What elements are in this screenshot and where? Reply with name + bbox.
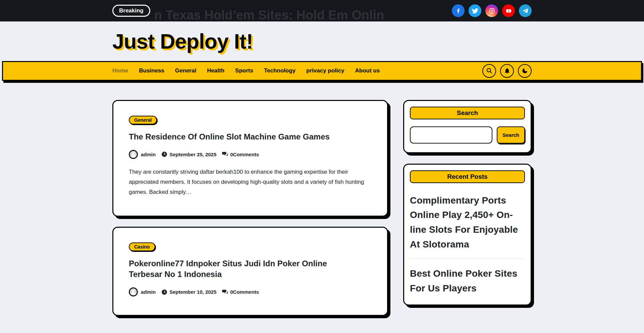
post-meta: admin September 10, 2025 0Comments	[129, 287, 372, 296]
bell-icon[interactable]	[500, 64, 514, 78]
post-comments: 0Comments	[222, 289, 259, 295]
news-ticker-headline[interactable]: n Texas Hold’em Sites: Hold Em Onlin	[154, 4, 442, 21]
facebook-icon[interactable]	[452, 4, 465, 17]
post-author-link[interactable]: admin	[141, 289, 156, 295]
recent-posts-title: Recent Posts	[410, 170, 525, 183]
comments-icon	[222, 289, 228, 295]
site-title-link[interactable]: Just Deploy It!	[112, 29, 260, 54]
nav-item-business: Business	[139, 67, 164, 74]
category-badge[interactable]: General	[129, 116, 157, 124]
category-badge[interactable]: Casino	[129, 242, 155, 251]
nav-item-home: Home	[112, 67, 128, 74]
post-title: The Residence Of Online Slot Machine Gam…	[129, 131, 360, 142]
twitter-icon[interactable]	[469, 4, 481, 17]
nav-item-sports: Sports	[235, 67, 253, 74]
moon-icon[interactable]	[518, 64, 532, 78]
post-meta: admin September 25, 2025 0Comments	[129, 150, 372, 159]
site-header: Just Deploy It!	[0, 21, 644, 61]
post-list: General The Residence Of Online Slot Mac…	[112, 100, 388, 326]
recent-posts-widget: Recent Posts Complimentary Ports Online …	[403, 164, 532, 306]
recent-posts-list: Complimentary Ports Online Play 2,450+ O…	[410, 193, 525, 296]
nav-item-general: General	[175, 67, 196, 74]
post-card: Casino Pokeronline77 Idnpoker Situs Judi…	[112, 227, 388, 316]
nav-item-health: Health	[207, 67, 224, 74]
telegram-icon[interactable]	[519, 4, 532, 17]
post-date: September 10, 2025	[161, 289, 216, 295]
post-comments: 0Comments	[222, 151, 259, 157]
news-ticker: n Texas Hold’em Sites: Hold Em Onlin	[154, 0, 442, 21]
breaking-badge: Breaking	[112, 5, 150, 17]
avatar	[129, 150, 138, 159]
comments-link[interactable]: 0Comments	[230, 152, 259, 157]
instagram-icon[interactable]	[485, 4, 498, 17]
nav-actions	[482, 64, 532, 78]
main-navigation: Home Business General Health Sports Tech…	[2, 61, 642, 81]
youtube-icon[interactable]	[502, 4, 515, 17]
divider	[410, 259, 525, 259]
search-widget-title: Search	[410, 107, 525, 119]
nav-item-technology: Technology	[264, 67, 296, 74]
sidebar: Search Search Recent Posts Complimentary…	[403, 100, 532, 316]
post-author-link[interactable]: admin	[141, 152, 156, 157]
main-content: General The Residence Of Online Slot Mac…	[0, 81, 644, 326]
nav-item-privacy-policy: privacy policy	[306, 67, 344, 74]
clock-icon	[161, 151, 167, 157]
recent-post-link[interactable]: Best Online Poker Sites For Us Players	[410, 266, 525, 295]
post-excerpt: They are constantly striving daftar berk…	[129, 167, 372, 197]
breaking-bar: Breaking n Texas Hold’em Sites: Hold Em …	[0, 0, 644, 21]
comments-icon	[222, 151, 228, 157]
avatar	[129, 287, 138, 296]
clock-icon	[161, 289, 167, 295]
page-title: Just Deploy It!	[112, 29, 532, 54]
post-date: September 25, 2025	[161, 151, 216, 157]
recent-post-link[interactable]: Complimentary Ports Online Play 2,450+ O…	[410, 193, 525, 252]
nav-item-about-us: About us	[355, 67, 380, 74]
search-icon[interactable]	[482, 64, 496, 78]
search-form: Search	[410, 126, 525, 144]
post-title-link[interactable]: Pokeronline77 Idnpoker Situs Judi Idn Po…	[129, 259, 327, 279]
search-input[interactable]	[410, 126, 492, 144]
post-title: Pokeronline77 Idnpoker Situs Judi Idn Po…	[129, 258, 360, 280]
social-links	[452, 4, 532, 17]
comments-link[interactable]: 0Comments	[230, 289, 259, 295]
search-submit-button[interactable]: Search	[497, 126, 525, 144]
post-card: General The Residence Of Online Slot Mac…	[112, 100, 388, 217]
post-title-link[interactable]: The Residence Of Online Slot Machine Gam…	[129, 132, 330, 141]
nav-menu: Home Business General Health Sports Tech…	[112, 67, 380, 74]
search-widget: Search Search	[403, 100, 532, 153]
